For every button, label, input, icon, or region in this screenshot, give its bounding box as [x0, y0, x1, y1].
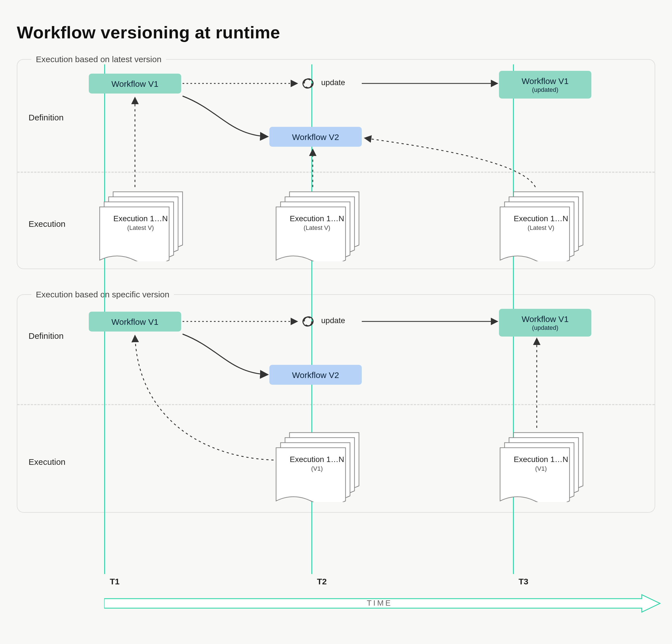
panel-specific-label: Execution based on specific version [31, 290, 174, 299]
time-axis-label: TIME [367, 599, 392, 608]
execution-stack-2: Execution 1…N (Latest V) [275, 189, 370, 259]
execution-stack-4: Execution 1…N (V1) [275, 429, 370, 499]
workflow-v1-title: Workflow V1 [92, 79, 178, 88]
panel-specific: Execution based on specific version Defi… [17, 294, 655, 513]
workflow-v2-box: Workflow V2 [269, 127, 362, 147]
execution-4-label: Execution 1…N (V1) [275, 455, 359, 472]
row-label-definition-2: Definition [28, 331, 63, 341]
workflow-v1-updated-title-2: Workflow V1 [502, 314, 588, 324]
workflow-v1-box-2: Workflow V1 [89, 312, 181, 332]
row-label-definition: Definition [28, 113, 63, 122]
execution-2-label: Execution 1…N (Latest V) [275, 214, 359, 231]
workflow-v2-title: Workflow V2 [273, 132, 358, 142]
execution-2-title: Execution 1…N [275, 214, 359, 223]
execution-stack-5: Execution 1…N (V1) [499, 429, 594, 499]
workflow-v1-title-2: Workflow V1 [92, 317, 178, 326]
row-label-execution-2: Execution [28, 457, 65, 467]
execution-2-sub: (Latest V) [275, 224, 359, 231]
workflow-v1-updated-box-2: Workflow V1 (updated) [499, 309, 591, 336]
workflow-v1-updated-box: Workflow V1 (updated) [499, 71, 591, 98]
workflow-v2-box-2: Workflow V2 [269, 365, 362, 385]
panel-latest-label: Execution based on latest version [31, 55, 166, 64]
execution-3-label: Execution 1…N (Latest V) [499, 214, 583, 231]
execution-5-title: Execution 1…N [499, 455, 583, 464]
time-t2: T2 [317, 577, 327, 586]
workflow-v1-updated-title: Workflow V1 [502, 76, 588, 86]
execution-5-label: Execution 1…N (V1) [499, 455, 583, 472]
update-label: update [321, 78, 345, 87]
execution-3-sub: (Latest V) [499, 224, 583, 231]
workflow-v1-updated-sub: (updated) [502, 86, 588, 94]
panel-divider-2 [17, 404, 655, 405]
workflow-v2-title-2: Workflow V2 [273, 370, 358, 380]
execution-4-sub: (V1) [275, 465, 359, 472]
panel-latest: Execution based on latest version Defini… [17, 59, 655, 269]
page-title: Workflow versioning at runtime [17, 22, 655, 42]
execution-4-title: Execution 1…N [275, 455, 359, 464]
workflow-v1-updated-sub-2: (updated) [502, 324, 588, 332]
update-label-2: update [321, 316, 345, 325]
execution-1-title: Execution 1…N [98, 214, 182, 223]
panel-divider [17, 172, 655, 173]
time-t3: T3 [518, 577, 528, 586]
execution-1-sub: (Latest V) [98, 224, 182, 231]
row-label-execution: Execution [28, 219, 65, 229]
execution-1-label: Execution 1…N (Latest V) [98, 214, 182, 231]
execution-5-sub: (V1) [499, 465, 583, 472]
execution-3-title: Execution 1…N [499, 214, 583, 223]
execution-stack-3: Execution 1…N (Latest V) [499, 189, 594, 259]
workflow-v1-box: Workflow V1 [89, 74, 181, 94]
time-t1: T1 [110, 577, 120, 586]
execution-stack-1: Execution 1…N (Latest V) [98, 189, 194, 259]
